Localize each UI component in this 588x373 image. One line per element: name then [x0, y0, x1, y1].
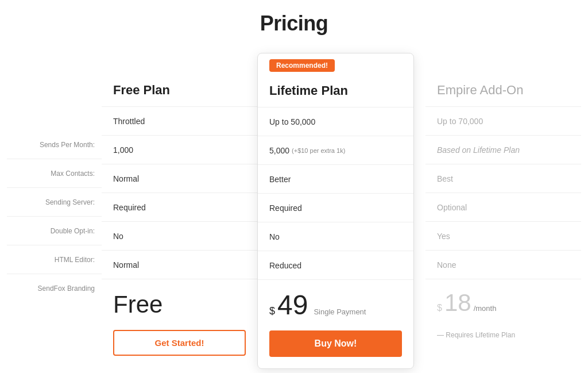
lifetime-badge-area: Recommended!	[258, 53, 413, 78]
empire-optin-value: Optional	[425, 193, 581, 221]
lifetime-price-sublabel: Single Payment	[314, 307, 366, 316]
empire-plan-header: Empire Add-On	[425, 77, 581, 106]
lifetime-cta-button[interactable]: Buy Now!	[269, 330, 402, 357]
free-html-value: No	[102, 221, 257, 250]
empire-server-value: Best	[425, 164, 581, 193]
empire-plan-pricing: $ 18 /month	[425, 279, 581, 321]
lifetime-server-value: Better	[258, 164, 413, 193]
empire-plan-features: Up to 70,000 Based on Lifetime Plan Best…	[425, 106, 581, 279]
lifetime-contacts-value: 5,000 (+$10 per extra 1k)	[258, 136, 413, 164]
free-sends-value: Throttled	[102, 106, 257, 135]
lifetime-plan-pricing: $ 49 Single Payment	[258, 279, 413, 325]
lifetime-plan-name: Lifetime Plan	[269, 83, 402, 98]
free-server-value: Normal	[102, 164, 257, 193]
empire-plan-name: Empire Add-On	[437, 83, 570, 98]
empire-price-amount: $ 18 /month	[437, 291, 570, 315]
empire-html-value: Yes	[425, 221, 581, 250]
free-branding-value: Normal	[102, 250, 257, 279]
lifetime-plan-features: Up to 50,000 5,000 (+$10 per extra 1k) B…	[258, 107, 413, 279]
empire-branding-value: None	[425, 250, 581, 279]
lifetime-optin-value: Required	[258, 193, 413, 222]
lifetime-contacts-extra: (+$10 per extra 1k)	[292, 147, 345, 154]
free-optin-value: Required	[102, 193, 257, 221]
empire-price-period: /month	[474, 304, 497, 313]
empire-sends-value: Up to 70,000	[425, 106, 581, 135]
feature-label-contacts: Max Contacts:	[7, 159, 102, 188]
free-plan-cta: Get Started!	[102, 324, 257, 367]
feature-label-sends: Sends Per Month:	[7, 130, 102, 159]
empire-price-number: 18	[444, 291, 471, 315]
empire-plan-card: Empire Add-On Up to 70,000 Based on Life…	[414, 53, 581, 351]
feature-label-html-editor: HTML Editor:	[7, 245, 102, 274]
free-cta-button[interactable]: Get Started!	[113, 330, 246, 356]
empire-requires-text: — Requires Lifetime Plan	[437, 331, 515, 339]
feature-label-server: Sending Server:	[7, 188, 102, 217]
lifetime-price-dollar: $	[269, 305, 275, 317]
free-plan-features: Throttled 1,000 Normal Required No Norma…	[102, 106, 257, 279]
free-contacts-value: 1,000	[102, 135, 257, 164]
empire-contacts-value: Based on Lifetime Plan	[425, 135, 581, 164]
empire-requires-note: — Requires Lifetime Plan	[437, 326, 570, 339]
lifetime-price-number: 49	[277, 291, 308, 319]
empire-badge-placeholder	[425, 53, 581, 77]
lifetime-branding-value: Reduced	[258, 251, 413, 279]
feature-label-optin: Double Opt-in:	[7, 217, 102, 245]
free-badge-placeholder	[102, 53, 257, 77]
lifetime-sends-value: Up to 50,000	[258, 107, 413, 136]
empire-plan-cta: — Requires Lifetime Plan	[425, 321, 581, 351]
free-price-label: Free	[113, 291, 246, 318]
free-plan-name: Free Plan	[113, 83, 246, 98]
lifetime-plan-card: Recommended! Lifetime Plan Up to 50,000 …	[257, 53, 414, 369]
feature-label-branding: SendFox Branding	[7, 274, 102, 303]
free-plan-card: Free Plan Throttled 1,000 Normal Require…	[102, 53, 257, 367]
free-plan-pricing: Free	[102, 279, 257, 324]
lifetime-plan-header: Lifetime Plan	[258, 78, 413, 107]
pricing-wrapper: Sends Per Month: Max Contacts: Sending S…	[7, 53, 581, 369]
lifetime-price-amount: $ 49 Single Payment	[269, 291, 402, 319]
feature-labels-column: Sends Per Month: Max Contacts: Sending S…	[7, 53, 102, 303]
page-title: Pricing	[260, 11, 328, 36]
empire-price-dollar: $	[437, 303, 442, 313]
recommended-badge: Recommended!	[269, 59, 335, 72]
lifetime-html-value: No	[258, 222, 413, 251]
free-plan-header: Free Plan	[102, 77, 257, 106]
lifetime-plan-cta: Buy Now!	[258, 325, 413, 368]
